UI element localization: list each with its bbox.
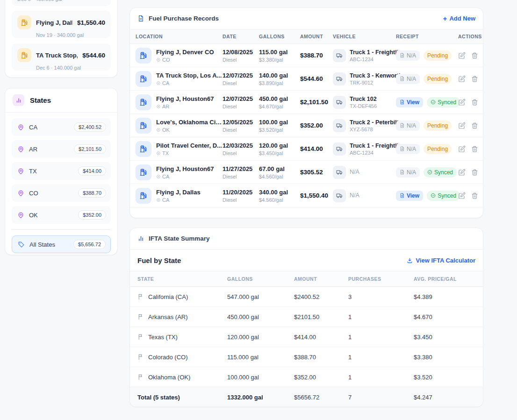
date-cell: 12/07/2025 Diesel: [223, 72, 259, 86]
target-icon: [156, 128, 161, 132]
receipt-badge[interactable]: N/A: [396, 74, 420, 84]
location-name: Flying J, Houston67: [156, 95, 214, 102]
state-amount-badge: $2,400.52: [74, 122, 106, 132]
total-avg-price: $4.247: [414, 394, 475, 401]
vehicle-cell: N/A: [333, 189, 396, 202]
view-ifta-calculator-link[interactable]: View IFTA Calculator: [407, 257, 475, 264]
divider: [12, 229, 111, 230]
bar-chart-icon: [137, 235, 144, 242]
state-filter-row[interactable]: CO $388.70: [12, 184, 111, 202]
price-per-gal: $4.560/gal: [259, 174, 300, 179]
location-state: CA: [156, 174, 214, 179]
receipt-badge[interactable]: N/A: [396, 144, 420, 154]
col-avg-price: AVG. PRICE/GAL: [414, 276, 475, 282]
delete-button[interactable]: [471, 192, 478, 199]
receipt-badge[interactable]: N/A: [396, 167, 420, 178]
actions-cell: [458, 99, 480, 106]
document-icon: [137, 15, 144, 22]
date-cell: 12/07/2025 Diesel: [223, 95, 259, 109]
record-row: Flying J, Dallas CA 11/20/2025 Diesel: [130, 184, 483, 207]
record-row: TA Truck Stop, Los A... CA 12/07/2025 Di…: [130, 67, 483, 91]
truck-icon: [333, 49, 346, 62]
target-icon: [156, 151, 161, 156]
state-code: OK: [29, 212, 73, 219]
edit-button[interactable]: [458, 122, 466, 129]
state-filter-row[interactable]: TX $414.00: [12, 162, 111, 180]
location-cell: Flying J, Dallas CA: [136, 188, 223, 204]
state-filter-row[interactable]: OK $352.00: [12, 206, 111, 224]
receipt-file-icon: [400, 170, 405, 175]
state-gallons: 100.000 gal: [227, 374, 294, 381]
states-panel: States CA $2,400.52 AR $2,101.50: [5, 88, 118, 255]
ifta-state-row: Arkansas (AR) 450.000 gal $2101.50 1 $4.…: [130, 307, 483, 327]
purchase-card[interactable]: TA Truck Stop, Los ... $544.60 Dec 6 · 1…: [12, 43, 111, 71]
state-amount-badge: $352.00: [78, 210, 106, 220]
records-header: Fuel Purchase Records + Add New: [130, 8, 483, 29]
states-list: CA $2,400.52 AR $2,101.50 TX $: [5, 113, 117, 260]
state-name: Colorado (CO): [148, 354, 188, 361]
total-purchases: 7: [348, 394, 414, 401]
edit-button[interactable]: [458, 145, 466, 153]
delete-button[interactable]: [471, 99, 478, 106]
delete-button[interactable]: [471, 122, 478, 129]
receipt-file-icon: [400, 76, 405, 81]
receipt-badge[interactable]: View: [396, 191, 423, 201]
delete-button[interactable]: [471, 145, 478, 153]
gallons-value: 340.00 gal: [259, 189, 300, 196]
date-cell: 12/03/2025 Diesel: [223, 142, 259, 156]
delete-button[interactable]: [471, 75, 478, 83]
target-icon: [156, 104, 161, 109]
receipt-cell: N/A Pending: [396, 144, 458, 154]
vehicle-name: Truck 1 - Freightliner: [350, 49, 396, 56]
fuel-pump-icon: [136, 94, 151, 110]
price-per-gal: $3.890/gal: [259, 80, 300, 86]
state-filter-row[interactable]: CA $2,400.52: [12, 118, 111, 136]
fuel-type: Diesel: [223, 80, 259, 86]
check-circle-icon: [427, 170, 432, 175]
add-new-button[interactable]: + Add New: [443, 15, 475, 22]
flag-icon: [137, 334, 144, 340]
fuel-pump-icon: [17, 15, 31, 29]
edit-button[interactable]: [458, 52, 466, 59]
receipt-cell: N/A Pending: [396, 121, 458, 131]
receipt-cell: N/A Pending: [396, 74, 458, 84]
fuel-type: Diesel: [223, 197, 259, 203]
all-states-amount-badge: $5,656.72: [73, 240, 106, 249]
receipt-badge[interactable]: N/A: [396, 50, 420, 61]
record-row: Flying J, Houston67 CA 11/27/2025 Diesel: [130, 161, 483, 184]
price-per-gal: $4.670/gal: [259, 104, 300, 109]
location-name: Flying J, Dallas: [156, 189, 201, 196]
all-states-row[interactable]: All States $5,656.72: [12, 235, 111, 253]
vehicle-plate: ABC-1234: [350, 150, 396, 156]
receipt-badge[interactable]: View: [396, 97, 423, 107]
state-filter-row[interactable]: AR $2,101.50: [12, 140, 111, 158]
fuel-pump-icon: [136, 71, 151, 87]
ifta-table-body: California (CA) 547.000 gal $2400.52 3 $…: [130, 287, 483, 387]
edit-button[interactable]: [458, 192, 466, 199]
truck-icon: [333, 72, 346, 85]
tag-icon: [18, 241, 25, 248]
purchase-location: Flying J, Dallas: [36, 19, 72, 26]
receipt-badge[interactable]: N/A: [396, 121, 420, 131]
record-row: Pilot Travel Center, D... TX 12/03/2025 …: [130, 137, 483, 161]
record-row: Flying J, Houston67 AR 12/07/2025 Diesel: [130, 91, 483, 114]
delete-button[interactable]: [471, 52, 478, 59]
purchase-card[interactable]: Flying J, Dallas $1,550.40 Nov 19 · 340.…: [12, 11, 111, 38]
recent-purchases-panel: Dec 6 · 450.000 gal Flying J, Dallas $1,…: [5, 0, 118, 78]
delete-button[interactable]: [471, 169, 478, 176]
target-icon: [156, 174, 161, 179]
state-code: CO: [29, 190, 73, 197]
edit-button[interactable]: [458, 99, 466, 106]
truck-icon: [333, 96, 346, 109]
location-state: CA: [156, 197, 201, 203]
gallons-cell: 340.00 gal $4.560/gal: [259, 189, 300, 203]
location-cell: TA Truck Stop, Los A... CA: [136, 71, 223, 87]
edit-button[interactable]: [458, 75, 466, 83]
purchase-date: 12/03/2025: [223, 142, 259, 149]
date-cell: 11/20/2025 Diesel: [223, 189, 259, 203]
purchase-card-partial[interactable]: Dec 6 · 450.000 gal: [12, 0, 111, 6]
state-avg-price: $3.450: [414, 334, 475, 341]
edit-button[interactable]: [458, 169, 466, 176]
vehicle-cell: N/A: [333, 166, 396, 179]
fuel-pump-icon: [136, 141, 151, 157]
